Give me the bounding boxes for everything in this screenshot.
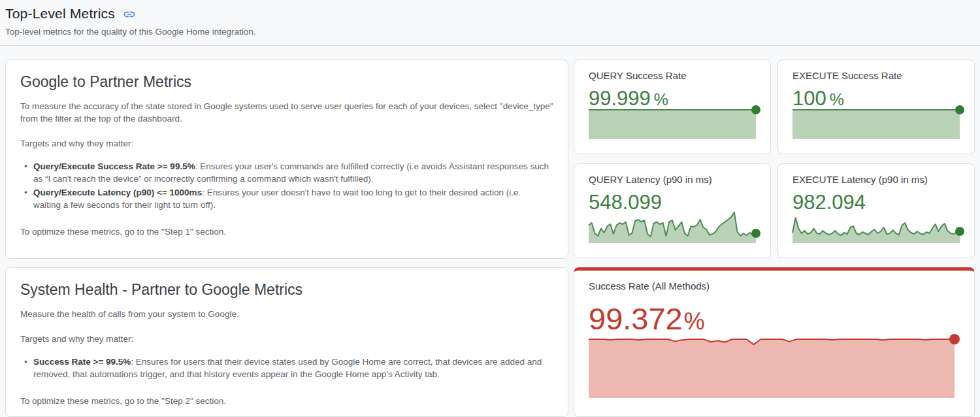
metric-title: EXECUTE Success Rate xyxy=(792,70,960,81)
metrics-column: QUERY Success Rate 99.999% EXECUTE Succe… xyxy=(574,59,975,417)
sparkline-end-dot xyxy=(955,105,964,114)
sparkline-end-dot xyxy=(949,334,960,344)
metric-title: EXECUTE Latency (p90 in ms) xyxy=(792,174,960,185)
card-intro: To measure the accuracy of the state sto… xyxy=(20,100,553,125)
metric-value: 100% xyxy=(792,87,960,110)
card-title: Google to Partner Metrics xyxy=(20,73,553,91)
card-footer-note: To optimize these metrics, go to the "St… xyxy=(20,225,553,238)
metric-title: QUERY Success Rate xyxy=(589,70,756,81)
sparkline-end-dot xyxy=(751,229,760,238)
metric-unit: % xyxy=(654,90,668,108)
metric-value: 99.999% xyxy=(589,87,756,110)
targets-list: Success Rate >= 99.5%: Ensures for users… xyxy=(24,356,553,380)
metric-card-execute-latency: EXECUTE Latency (p90 in ms) 982.094 xyxy=(777,163,975,258)
card-google-to-partner: Google to Partner Metrics To measure the… xyxy=(5,59,568,259)
target-bold: Query/Execute Success Rate >= 99.5% xyxy=(33,161,195,171)
metric-card-query-success: QUERY Success Rate 99.999% xyxy=(574,59,771,154)
metric-row-latency: QUERY Latency (p90 in ms) 548.099 EXECUT… xyxy=(574,163,975,258)
target-item: Query/Execute Latency (p90) <= 1000ms: E… xyxy=(24,186,551,211)
card-title: System Health - Partner to Google Metric… xyxy=(20,281,553,299)
metric-card-all-methods: Success Rate (All Methods) 99.372% xyxy=(574,267,975,417)
targets-list: Query/Execute Success Rate >= 99.5%: Ens… xyxy=(24,160,553,211)
metric-row-success: QUERY Success Rate 99.999% EXECUTE Succe… xyxy=(574,59,975,154)
page-title: Top-Level Metrics xyxy=(5,6,115,22)
targets-label: Targets and why they matter: xyxy=(20,137,553,150)
metric-card-execute-success: EXECUTE Success Rate 100% xyxy=(777,59,975,154)
targets-label: Targets and why they matter: xyxy=(20,333,553,345)
metric-card-query-latency: QUERY Latency (p90 in ms) 548.099 xyxy=(574,163,771,258)
sparkline-chart xyxy=(589,110,756,139)
card-system-health: System Health - Partner to Google Metric… xyxy=(5,267,568,417)
description-column: Google to Partner Metrics To measure the… xyxy=(5,59,568,417)
metric-title: QUERY Latency (p90 in ms) xyxy=(589,174,756,185)
sparkline-chart xyxy=(589,210,756,243)
dashboard-body: Google to Partner Metrics To measure the… xyxy=(0,46,980,417)
target-bold: Query/Execute Latency (p90) <= 1000ms xyxy=(33,188,202,197)
sparkline-chart xyxy=(792,210,960,243)
metric-unit: % xyxy=(684,308,705,335)
metric-unit: % xyxy=(830,90,844,108)
sparkline-end-dot xyxy=(751,105,760,114)
page-header: Top-Level Metrics Top-level metrics for … xyxy=(0,0,980,37)
metric-value: 99.372% xyxy=(589,301,960,337)
card-intro: Measure the health of calls from your sy… xyxy=(20,308,553,320)
sparkline-chart xyxy=(792,110,960,139)
sparkline-end-dot xyxy=(955,227,964,236)
card-footer-note: To optimize these metrics, go to the "St… xyxy=(20,395,553,407)
metric-title: Success Rate (All Methods) xyxy=(589,280,960,292)
sparkline-chart xyxy=(589,339,955,398)
target-bold: Success Rate >= 99.5% xyxy=(33,357,131,367)
target-item: Success Rate >= 99.5%: Ensures for users… xyxy=(24,356,551,380)
page-subtitle: Top-level metrics for the quality of thi… xyxy=(5,27,975,37)
link-icon[interactable] xyxy=(123,8,136,21)
target-item: Query/Execute Success Rate >= 99.5%: Ens… xyxy=(24,160,551,185)
